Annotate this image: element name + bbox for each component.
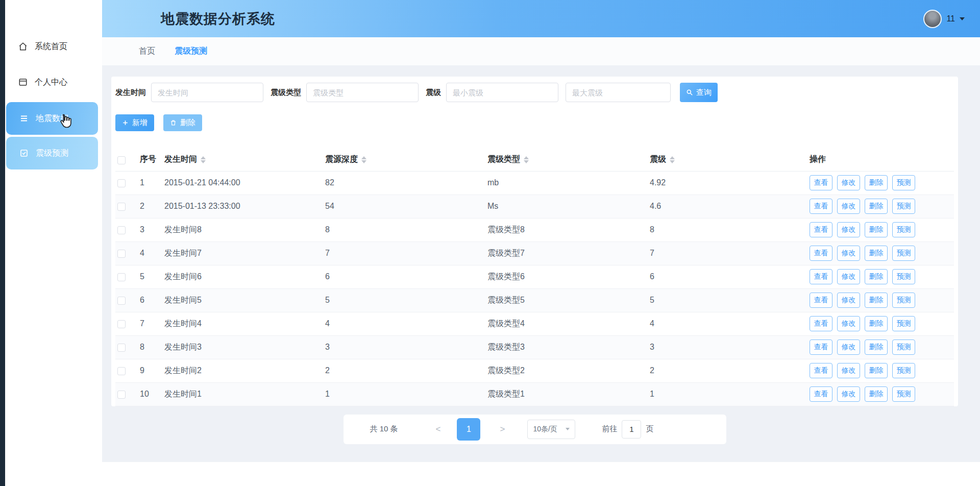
- row-action-edit-button[interactable]: 修改: [837, 269, 860, 284]
- row-action-predict-button[interactable]: 预测: [892, 175, 915, 190]
- row-action-delete-button[interactable]: 删除: [865, 339, 888, 355]
- sidebar-item-earthquake-data[interactable]: 地震数据: [6, 102, 98, 135]
- row-action-view-button[interactable]: 查看: [810, 175, 832, 190]
- filter-group-time: 发生时间: [115, 83, 263, 102]
- row-checkbox[interactable]: [117, 179, 126, 187]
- filter-type-input[interactable]: [306, 83, 419, 102]
- row-action-delete-button[interactable]: 删除: [865, 386, 888, 402]
- row-magnitude: 6: [650, 265, 810, 288]
- avatar[interactable]: [923, 10, 942, 28]
- row-action-edit-button[interactable]: 修改: [837, 246, 860, 261]
- row-action-edit-button[interactable]: 修改: [837, 199, 860, 214]
- row-action-delete-button[interactable]: 删除: [865, 175, 888, 190]
- row-action-edit-button[interactable]: 修改: [837, 363, 860, 378]
- row-checkbox[interactable]: [117, 203, 126, 211]
- tab-magnitude-prediction[interactable]: 震级预测: [175, 46, 207, 57]
- filter-min-magnitude-input[interactable]: [446, 83, 558, 102]
- row-checkbox[interactable]: [117, 391, 126, 399]
- row-action-edit-button[interactable]: 修改: [837, 316, 860, 331]
- filter-max-magnitude-input[interactable]: [566, 83, 671, 102]
- sidebar-item-profile[interactable]: 个人中心: [5, 64, 102, 100]
- sort-caret-icon[interactable]: [524, 156, 529, 163]
- row-checkbox[interactable]: [117, 250, 126, 258]
- row-actions: 查看修改删除预测: [810, 241, 954, 265]
- row-checkbox[interactable]: [117, 367, 126, 375]
- row-action-view-button[interactable]: 查看: [810, 199, 832, 214]
- sidebar-item-magnitude-prediction[interactable]: 震级预测: [6, 137, 98, 169]
- goto-page: 前往 页: [602, 420, 653, 439]
- table-row: 6发生时间55震级类型55查看修改删除预测: [115, 288, 954, 312]
- row-action-edit-button[interactable]: 修改: [837, 339, 860, 355]
- row-depth: 4: [325, 312, 487, 335]
- row-time: 发生时间6: [164, 265, 325, 288]
- row-action-view-button[interactable]: 查看: [810, 363, 832, 378]
- user-menu[interactable]: 11: [923, 10, 965, 28]
- row-action-view-button[interactable]: 查看: [810, 269, 832, 284]
- row-action-view-button[interactable]: 查看: [810, 339, 832, 355]
- row-action-delete-button[interactable]: 删除: [865, 222, 888, 237]
- row-action-delete-button[interactable]: 删除: [865, 269, 888, 284]
- row-action-edit-button[interactable]: 修改: [837, 222, 860, 237]
- table-header-row: 序号 发生时间 震源深度 震级类型 震级 操作: [115, 149, 954, 171]
- select-all-checkbox[interactable]: [117, 156, 126, 164]
- row-action-predict-button[interactable]: 预测: [892, 386, 915, 402]
- row-checkbox[interactable]: [117, 320, 126, 328]
- search-button[interactable]: 查询: [680, 83, 718, 102]
- row-action-view-button[interactable]: 查看: [810, 246, 832, 261]
- filter-time-input[interactable]: [151, 83, 263, 102]
- row-time: 发生时间7: [164, 241, 325, 265]
- row-index: 3: [140, 218, 164, 241]
- home-icon: [18, 42, 28, 51]
- row-action-delete-button[interactable]: 删除: [865, 199, 888, 214]
- row-action-edit-button[interactable]: 修改: [837, 386, 860, 402]
- row-magnitude: 4.6: [650, 195, 810, 218]
- row-action-edit-button[interactable]: 修改: [837, 293, 860, 308]
- table-row: 10发生时间11震级类型11查看修改删除预测: [115, 382, 954, 406]
- row-action-predict-button[interactable]: 预测: [892, 199, 915, 214]
- row-action-delete-button[interactable]: 删除: [865, 316, 888, 331]
- row-action-predict-button[interactable]: 预测: [892, 363, 915, 378]
- row-time: 2015-01-21 04:44:00: [164, 171, 325, 195]
- row-checkbox[interactable]: [117, 226, 126, 234]
- row-time: 发生时间5: [164, 288, 325, 312]
- page-size-select[interactable]: 10条/页: [527, 420, 575, 439]
- row-action-view-button[interactable]: 查看: [810, 386, 832, 402]
- row-time: 发生时间4: [164, 312, 325, 335]
- tab-home[interactable]: 首页: [139, 46, 155, 57]
- header-type[interactable]: 震级类型: [487, 149, 650, 171]
- row-action-delete-button[interactable]: 删除: [865, 363, 888, 378]
- goto-page-input[interactable]: [622, 420, 641, 439]
- current-page-button[interactable]: 1: [457, 418, 480, 441]
- row-action-view-button[interactable]: 查看: [810, 316, 832, 331]
- header-time[interactable]: 发生时间: [164, 149, 325, 171]
- row-action-predict-button[interactable]: 预测: [892, 316, 915, 331]
- row-action-predict-button[interactable]: 预测: [892, 246, 915, 261]
- row-action-delete-button[interactable]: 删除: [865, 246, 888, 261]
- trash-icon: [170, 119, 177, 126]
- row-depth: 2: [325, 359, 487, 382]
- row-depth: 82: [325, 171, 487, 195]
- row-action-view-button[interactable]: 查看: [810, 293, 832, 308]
- sort-caret-icon[interactable]: [361, 156, 366, 163]
- filter-time-label: 发生时间: [115, 88, 146, 98]
- row-action-predict-button[interactable]: 预测: [892, 222, 915, 237]
- row-checkbox[interactable]: [117, 344, 126, 352]
- header-depth[interactable]: 震源深度: [325, 149, 487, 171]
- row-action-edit-button[interactable]: 修改: [837, 175, 860, 190]
- next-page-button[interactable]: >: [500, 424, 505, 434]
- row-index: 6: [140, 288, 164, 312]
- prev-page-button[interactable]: <: [436, 424, 441, 434]
- sort-caret-icon[interactable]: [670, 156, 675, 163]
- row-action-predict-button[interactable]: 预测: [892, 339, 915, 355]
- delete-button[interactable]: 删除: [163, 114, 202, 131]
- row-checkbox[interactable]: [117, 273, 126, 281]
- add-button[interactable]: 新增: [115, 114, 154, 131]
- row-checkbox[interactable]: [117, 297, 126, 305]
- row-action-view-button[interactable]: 查看: [810, 222, 832, 237]
- header-magnitude[interactable]: 震级: [650, 149, 810, 171]
- row-action-delete-button[interactable]: 删除: [865, 293, 888, 308]
- sort-caret-icon[interactable]: [201, 156, 206, 163]
- row-action-predict-button[interactable]: 预测: [892, 269, 915, 284]
- sidebar-item-home[interactable]: 系统首页: [5, 29, 102, 64]
- row-action-predict-button[interactable]: 预测: [892, 293, 915, 308]
